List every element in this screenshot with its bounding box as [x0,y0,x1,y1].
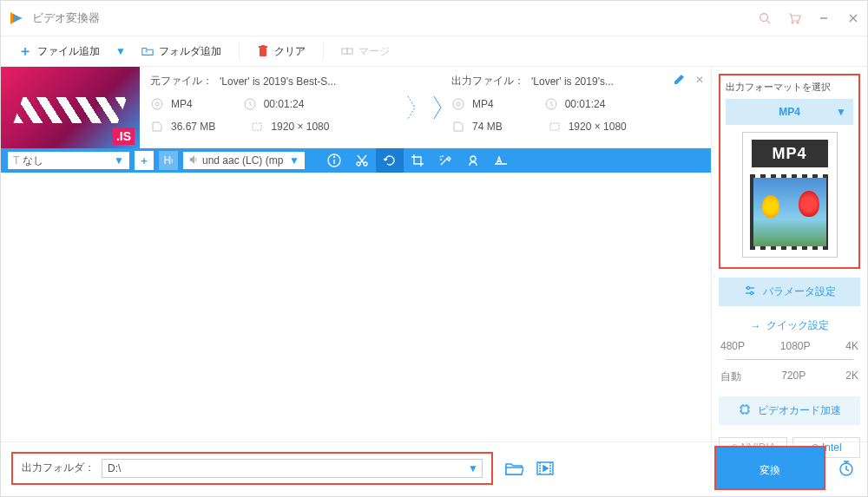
output-format-box: 出力フォーマットを選択 MP4 ▼ MP4 [719,74,860,269]
subtitle-select[interactable]: T なし ▼ [8,152,129,169]
chip-icon [739,403,751,418]
resolution-icon [250,120,264,134]
output-folder-label: 出力フォルダ： [22,461,95,475]
svg-point-2 [792,22,793,23]
gpu-label: ビデオカード加速 [758,403,841,418]
toolbar: ＋ ファイル追加 ▼ フォルダ追加 クリア マージ [1,36,867,67]
svg-point-16 [453,99,464,109]
add-file-button[interactable]: ＋ ファイル追加 [10,39,108,64]
app-title: ビデオ変換器 [32,10,100,26]
out-duration: 00:01:24 [565,98,606,110]
svg-rect-11 [347,49,352,54]
cart-icon[interactable] [787,11,801,25]
effect-tool-icon[interactable] [431,148,459,173]
svg-point-22 [334,157,335,158]
clock-icon [544,97,558,111]
quick-settings: → クイック設定 480P 1080P 4K 自動 720P 2K [719,315,860,388]
chevron-down-icon: ▼ [468,462,478,474]
thumbnail[interactable] [1,67,140,148]
sliders-icon [744,284,756,299]
preset-label: 720P [781,369,806,384]
svg-rect-7 [260,48,266,56]
file-list: 元ファイル：'Lover' is 2019's Best-S... MP400:… [1,67,711,441]
search-icon[interactable] [758,11,772,25]
audio-value: und aac (LC) (mp [202,154,283,167]
plus-icon: ＋ [18,43,32,61]
hd-button[interactable]: Hi [159,151,178,170]
add-subtitle-button[interactable]: ＋ [135,151,154,170]
src-format: MP4 [171,98,193,110]
add-folder-button[interactable]: フォルダ追加 [133,41,230,62]
folder-icon [141,45,154,57]
format-select[interactable]: MP4 ▼ [726,99,853,125]
watermark-tool-icon[interactable] [459,148,487,173]
svg-point-17 [457,102,460,106]
info-tool-icon[interactable] [320,148,348,173]
out-format: MP4 [472,98,494,110]
parameter-settings-button[interactable]: パラメータ設定 [719,278,860,306]
svg-rect-9 [261,45,265,46]
src-duration: 00:01:24 [264,98,305,110]
rotate-tool-icon[interactable] [376,148,404,173]
size-icon [451,120,465,134]
output-folder-input[interactable]: D:\ ▼ [102,459,483,478]
add-file-label: ファイル追加 [37,44,100,59]
preset-label: 4K [845,340,858,352]
arrow-icon [425,74,451,141]
param-label: パラメータ設定 [763,284,836,299]
out-size: 74 MB [472,121,503,133]
bottom-bar: 出力フォルダ： D:\ ▼ 変換 [1,441,867,494]
out-file-name: 'Lover' is 2019's... [531,75,614,88]
trash-icon [257,45,269,57]
clear-button[interactable]: クリア [248,41,314,62]
src-size: 36.67 MB [171,121,215,133]
audio-select[interactable]: und aac (LC) (mp ▼ [183,152,305,169]
cut-tool-icon[interactable] [348,148,376,173]
clock-icon [243,97,257,111]
open-folder-icon[interactable] [503,458,524,479]
add-file-dropdown-icon[interactable]: ▼ [115,45,126,57]
svg-rect-8 [259,46,267,48]
svg-rect-15 [253,123,261,130]
chevron-down-icon: ▼ [289,154,299,167]
audio-icon [188,154,199,167]
crop-tool-icon[interactable] [404,148,431,173]
convert-button[interactable]: 変換 [714,446,825,490]
svg-rect-19 [550,123,559,130]
app-logo-icon [8,10,25,27]
format-icon [451,97,465,111]
right-panel: 出力フォーマットを選択 MP4 ▼ MP4 パラメータ設定 → クイック設定 4… [711,67,867,441]
format-preview-label: MP4 [752,140,828,167]
close-icon[interactable] [846,11,860,25]
clear-label: クリア [274,44,306,59]
svg-point-23 [357,162,360,166]
resolution-icon [548,120,562,134]
svg-point-25 [470,156,476,161]
svg-line-1 [767,21,771,24]
merge-button: マージ [332,41,398,62]
video-folder-icon[interactable] [535,458,556,479]
svg-point-12 [152,99,162,109]
svg-point-3 [797,22,799,23]
subtitle-tool-icon[interactable] [487,148,515,173]
format-preview: MP4 [742,132,838,258]
svg-point-28 [746,287,749,290]
timer-icon[interactable] [836,458,857,479]
convert-label: 変換 [760,464,780,476]
size-icon [150,120,164,134]
merge-icon [341,45,353,57]
item-toolbar: T なし ▼ ＋ Hi und aac (LC) (mp ▼ [1,148,711,173]
format-value: MP4 [779,106,800,118]
preset-label: 2K [845,369,858,384]
edit-icon[interactable] [673,74,685,88]
quality-slider[interactable]: 480P 1080P 4K [719,340,860,366]
out-file-label: 出力ファイル： [451,74,524,88]
minimize-icon[interactable] [817,11,831,25]
add-folder-label: フォルダ追加 [159,44,221,59]
gpu-accel-button[interactable]: ビデオカード加速 [719,396,860,425]
preset-label: 1080P [780,340,811,352]
preset-label: 自動 [720,369,741,384]
svg-point-13 [155,102,159,106]
format-title: 出力フォーマットを選択 [726,81,853,94]
remove-item-icon[interactable]: ✕ [695,74,704,86]
